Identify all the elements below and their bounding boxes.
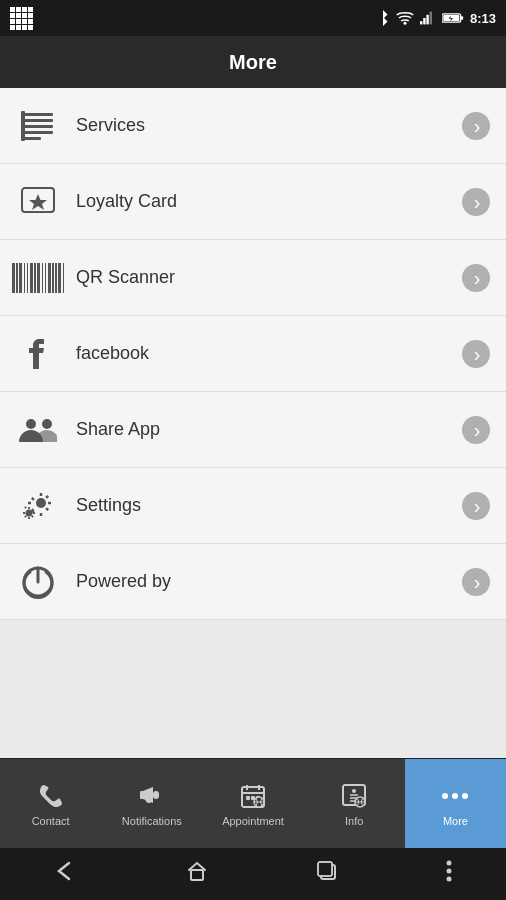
more-dots-icon: [440, 781, 470, 811]
svg-rect-8: [23, 113, 53, 116]
services-chevron: [462, 112, 490, 140]
phone-icon: [36, 781, 66, 811]
svg-point-48: [447, 877, 452, 882]
facebook-chevron: [462, 340, 490, 368]
nav-notifications[interactable]: Notifications: [101, 759, 202, 848]
menu-item-settings[interactable]: Settings: [0, 468, 506, 544]
share-icon: [16, 408, 60, 452]
power-icon: [16, 560, 60, 604]
svg-rect-1: [420, 21, 422, 24]
svg-rect-2: [423, 18, 425, 24]
qr-chevron: [462, 264, 490, 292]
menu-item-loyalty[interactable]: Loyalty Card: [0, 164, 506, 240]
appointment-label: Appointment: [222, 815, 284, 827]
svg-rect-12: [23, 137, 41, 140]
back-button[interactable]: [46, 853, 86, 895]
menu-item-qr[interactable]: QR Scanner: [0, 240, 506, 316]
android-nav-bar: [0, 848, 506, 900]
status-bar-right: 8:13: [376, 9, 496, 27]
qr-icon: [16, 256, 60, 300]
svg-rect-22: [140, 791, 144, 799]
services-icon: [16, 104, 60, 148]
info-icon: [339, 781, 369, 811]
time-display: 8:13: [470, 11, 496, 26]
bluetooth-icon: [376, 9, 390, 27]
battery-icon: [442, 12, 464, 24]
share-label: Share App: [76, 419, 462, 440]
status-bar-left: [10, 7, 33, 30]
menu-item-share[interactable]: Share App: [0, 392, 506, 468]
svg-rect-13: [21, 111, 25, 141]
svg-point-41: [462, 793, 468, 799]
svg-rect-44: [318, 862, 332, 876]
svg-point-33: [352, 789, 356, 793]
menu-item-powered[interactable]: Powered by: [0, 544, 506, 620]
powered-label: Powered by: [76, 571, 462, 592]
bottom-nav: Contact Notifications: [0, 758, 506, 848]
menu-item-services[interactable]: Services: [0, 88, 506, 164]
recents-button[interactable]: [308, 852, 346, 896]
svg-point-40: [452, 793, 458, 799]
nav-appointment[interactable]: Appointment: [202, 759, 303, 848]
more-label: More: [443, 815, 468, 827]
top-bar: More: [0, 36, 506, 88]
home-button[interactable]: [178, 852, 216, 896]
svg-rect-6: [461, 16, 464, 19]
main-content: Services Loyalty Card: [0, 88, 506, 758]
svg-point-19: [26, 509, 33, 516]
svg-rect-9: [23, 119, 53, 122]
svg-point-39: [442, 793, 448, 799]
nav-more[interactable]: More: [405, 759, 506, 848]
contact-label: Contact: [32, 815, 70, 827]
signal-icon: [420, 11, 436, 25]
svg-rect-4: [430, 12, 432, 25]
info-label: Info: [345, 815, 363, 827]
svg-rect-3: [426, 15, 428, 25]
loyalty-chevron: [462, 188, 490, 216]
svg-rect-11: [23, 131, 53, 134]
svg-point-0: [403, 22, 406, 25]
calendar-icon: [238, 781, 268, 811]
svg-point-16: [26, 419, 36, 429]
svg-point-47: [447, 869, 452, 874]
svg-point-46: [447, 861, 452, 866]
svg-rect-27: [246, 796, 250, 800]
page-title: More: [229, 51, 277, 74]
share-chevron: [462, 416, 490, 444]
nav-info[interactable]: Info: [304, 759, 405, 848]
status-bar: 8:13: [0, 0, 506, 36]
svg-rect-21: [153, 791, 159, 799]
svg-point-17: [42, 419, 52, 429]
svg-point-18: [36, 498, 46, 508]
bell-icon: [137, 781, 167, 811]
svg-rect-10: [23, 125, 53, 128]
svg-marker-15: [29, 194, 47, 210]
nav-contact[interactable]: Contact: [0, 759, 101, 848]
menu-list: Services Loyalty Card: [0, 88, 506, 620]
notifications-label: Notifications: [122, 815, 182, 827]
svg-rect-42: [191, 870, 203, 880]
services-label: Services: [76, 115, 462, 136]
settings-icon: [16, 484, 60, 528]
settings-chevron: [462, 492, 490, 520]
barcode-visual: [12, 263, 65, 293]
menu-item-facebook[interactable]: facebook: [0, 316, 506, 392]
facebook-label: facebook: [76, 343, 462, 364]
grid-icon: [10, 7, 33, 30]
powered-chevron: [462, 568, 490, 596]
wifi-icon: [396, 11, 414, 25]
loyalty-icon: [16, 180, 60, 224]
settings-label: Settings: [76, 495, 462, 516]
options-button[interactable]: [438, 852, 460, 896]
facebook-icon: [16, 332, 60, 376]
loyalty-label: Loyalty Card: [76, 191, 462, 212]
qr-label: QR Scanner: [76, 267, 462, 288]
